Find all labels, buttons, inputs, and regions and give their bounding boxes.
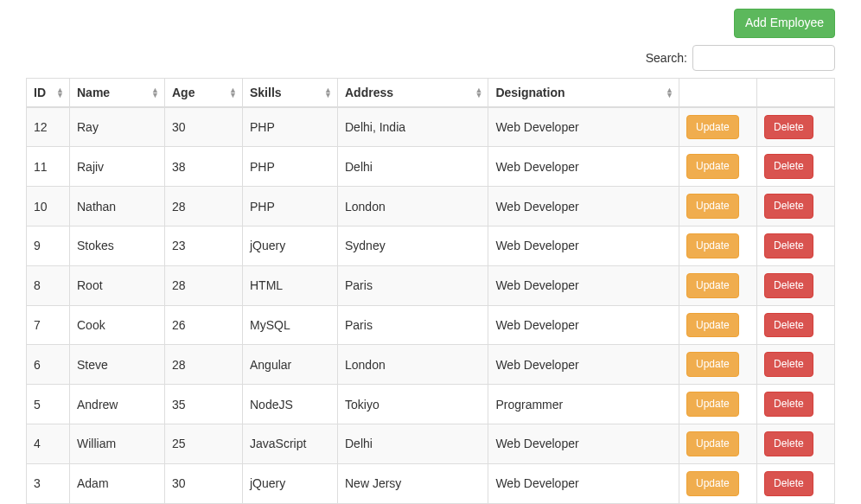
cell-skills: MySQL [243,305,338,345]
delete-button[interactable]: Delete [764,392,813,417]
cell-id: 6 [27,345,70,385]
table-row: 9Stokes23jQuerySydneyWeb DeveloperUpdate… [27,226,835,265]
update-button[interactable]: Update [686,313,739,338]
sort-icon: ▲▼ [56,87,64,98]
cell-skills: JavaScript [243,424,338,463]
cell-address: Delhi [338,424,488,463]
cell-name: Nathan [70,187,165,226]
delete-button[interactable]: Delete [764,471,813,496]
delete-button[interactable]: Delete [764,154,813,179]
update-button[interactable]: Update [686,154,739,179]
table-row: 12Ray30PHPDelhi, IndiaWeb DeveloperUpdat… [27,107,835,147]
column-header-address[interactable]: Address▲▼ [338,78,488,107]
column-header-skills[interactable]: Skills▲▼ [243,78,338,107]
cell-designation: Programmer [488,385,679,424]
update-button[interactable]: Update [686,431,739,456]
column-header-id[interactable]: ID▲▼ [27,78,70,107]
cell-name: Steve [70,345,165,385]
cell-name: Root [70,265,165,305]
delete-button[interactable]: Delete [764,352,813,377]
table-row: 4William25JavaScriptDelhiWeb DeveloperUp… [27,424,835,463]
cell-address: Delhi, India [338,107,488,147]
cell-age: 30 [165,107,243,147]
cell-name: Stokes [70,226,165,265]
column-header-name[interactable]: Name▲▼ [70,78,165,107]
cell-address: Tokiyo [338,385,488,424]
table-row: 6Steve28AngularLondonWeb DeveloperUpdate… [27,345,835,385]
update-button[interactable]: Update [686,115,739,140]
employee-table: ID▲▼ Name▲▼ Age▲▼ Skills▲▼ Address▲▼ Des… [26,78,835,504]
cell-name: Rajiv [70,147,165,187]
cell-address: Delhi [338,147,488,187]
delete-button[interactable]: Delete [764,273,813,298]
cell-designation: Web Developer [488,345,679,385]
cell-id: 7 [27,305,70,345]
table-row: 7Cook26MySQLParisWeb DeveloperUpdateDele… [27,305,835,345]
column-header-age[interactable]: Age▲▼ [165,78,243,107]
cell-id: 11 [27,147,70,187]
sort-icon: ▲▼ [229,87,237,98]
update-button[interactable]: Update [686,471,739,496]
cell-name: Andrew [70,385,165,424]
cell-designation: Web Developer [488,305,679,345]
table-row: 5Andrew35NodeJSTokiyoProgrammerUpdateDel… [27,385,835,424]
cell-age: 28 [165,345,243,385]
cell-name: Ray [70,107,165,147]
update-button[interactable]: Update [686,233,739,258]
cell-id: 8 [27,265,70,305]
delete-button[interactable]: Delete [764,115,813,140]
cell-id: 12 [27,107,70,147]
cell-id: 3 [27,463,70,503]
delete-button[interactable]: Delete [764,431,813,456]
sort-icon: ▲▼ [666,87,673,98]
cell-address: Paris [338,265,488,305]
delete-button[interactable]: Delete [764,194,813,219]
update-button[interactable]: Update [686,352,739,377]
cell-designation: Web Developer [488,424,679,463]
sort-icon: ▲▼ [324,87,332,98]
sort-icon: ▲▼ [475,87,482,98]
cell-designation: Web Developer [488,463,679,503]
update-button[interactable]: Update [686,194,739,219]
update-button[interactable]: Update [686,273,739,298]
cell-id: 9 [27,226,70,265]
cell-designation: Web Developer [488,265,679,305]
table-row: 11Rajiv38PHPDelhiWeb DeveloperUpdateDele… [27,147,835,187]
cell-age: 35 [165,385,243,424]
cell-skills: jQuery [243,226,338,265]
cell-age: 26 [165,305,243,345]
sort-icon: ▲▼ [151,87,159,98]
column-header-update [679,78,757,107]
cell-skills: NodeJS [243,385,338,424]
cell-skills: HTML [243,265,338,305]
cell-age: 38 [165,147,243,187]
delete-button[interactable]: Delete [764,233,813,258]
cell-name: Cook [70,305,165,345]
table-row: 10Nathan28PHPLondonWeb DeveloperUpdateDe… [27,187,835,226]
update-button[interactable]: Update [686,392,739,417]
cell-address: London [338,187,488,226]
table-row: 8Root28HTMLParisWeb DeveloperUpdateDelet… [27,265,835,305]
search-input[interactable] [692,45,835,71]
add-employee-button[interactable]: Add Employee [734,9,835,38]
cell-id: 10 [27,187,70,226]
cell-address: Sydney [338,226,488,265]
delete-button[interactable]: Delete [764,313,813,338]
cell-name: Adam [70,463,165,503]
cell-address: London [338,345,488,385]
cell-designation: Web Developer [488,187,679,226]
cell-age: 25 [165,424,243,463]
cell-age: 28 [165,265,243,305]
cell-id: 5 [27,385,70,424]
cell-designation: Web Developer [488,147,679,187]
cell-skills: PHP [243,187,338,226]
cell-skills: Angular [243,345,338,385]
table-row: 3Adam30jQueryNew JersyWeb DeveloperUpdat… [27,463,835,503]
column-header-delete [757,78,835,107]
cell-age: 30 [165,463,243,503]
column-header-designation[interactable]: Designation▲▼ [488,78,679,107]
cell-skills: PHP [243,147,338,187]
cell-name: William [70,424,165,463]
cell-designation: Web Developer [488,226,679,265]
cell-age: 28 [165,187,243,226]
